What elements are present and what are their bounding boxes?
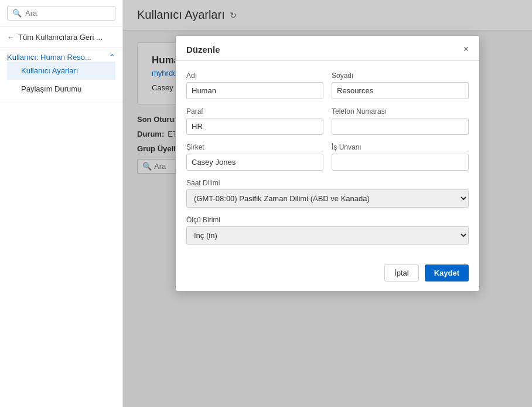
initials-input[interactable] <box>186 118 323 135</box>
unit-select[interactable]: İnç (in)Santimetre (cm) <box>186 226 469 245</box>
unit-group: Ölçü Birimi İnç (in)Santimetre (cm) <box>186 216 469 245</box>
edit-modal: Düzenle × Adı Soyadı <box>175 35 480 291</box>
company-group: Şirket <box>186 143 323 171</box>
sidebar-user-section: Kullanıcı: Human Reso... ⌃ Kullanıcı Aya… <box>0 48 122 103</box>
main-content: Kullanıcı Ayarları ↻ Human Resources myh… <box>123 0 532 407</box>
sidebar-search-input[interactable] <box>25 9 110 18</box>
cancel-button[interactable]: İptal <box>384 264 419 281</box>
job-title-label: İş Unvanı <box>332 143 469 151</box>
phone-input[interactable] <box>332 118 469 135</box>
last-name-label: Soyadı <box>332 72 469 80</box>
last-name-input[interactable] <box>332 82 469 99</box>
back-button[interactable]: ← Tüm Kullanıcılara Geri ... <box>0 27 122 48</box>
modal-body: Adı Soyadı Paraf Telefon Numaras <box>176 61 479 259</box>
sidebar-search-container: 🔍 <box>0 0 122 27</box>
phone-label: Telefon Numarası <box>332 107 469 116</box>
company-input[interactable] <box>186 154 323 171</box>
first-name-input[interactable] <box>186 82 323 99</box>
modal-title: Düzenle <box>186 45 220 55</box>
last-name-group: Soyadı <box>332 72 469 99</box>
company-title-row: Şirket İş Unvanı <box>186 143 469 171</box>
initials-label: Paraf <box>186 107 323 116</box>
job-title-group: İş Unvanı <box>332 143 469 171</box>
first-name-group: Adı <box>186 72 323 99</box>
back-label: Tüm Kullanıcılara Geri ... <box>18 33 103 42</box>
sidebar-user-text: Kullanıcı: Human Reso... <box>7 53 91 62</box>
unit-label: Ölçü Birimi <box>186 216 469 224</box>
timezone-label: Saat Dilimi <box>186 179 469 187</box>
company-label: Şirket <box>186 143 323 151</box>
sidebar-item-paylasim-durumu[interactable]: Paylaşım Durumu <box>7 80 115 98</box>
initials-phone-row: Paraf Telefon Numarası <box>186 107 469 135</box>
sidebar-item-kullanici-ayarlari[interactable]: Kullanıcı Ayarları <box>7 62 115 80</box>
back-arrow-icon: ← <box>7 33 15 42</box>
name-row: Adı Soyadı <box>186 72 469 99</box>
sidebar-search-box[interactable]: 🔍 <box>7 6 115 21</box>
timezone-select[interactable]: (GMT-08:00) Pasifik Zaman Dilimi (ABD ve… <box>186 189 469 208</box>
initials-group: Paraf <box>186 107 323 135</box>
save-button[interactable]: Kaydet <box>425 264 469 281</box>
modal-overlay: Düzenle × Adı Soyadı <box>123 0 532 407</box>
job-title-input[interactable] <box>332 154 469 171</box>
sidebar: 🔍 ← Tüm Kullanıcılara Geri ... Kullanıcı… <box>0 0 123 407</box>
chevron-up-icon: ⌃ <box>109 53 115 62</box>
search-icon: 🔍 <box>12 9 22 18</box>
modal-close-button[interactable]: × <box>463 44 469 55</box>
phone-group: Telefon Numarası <box>332 107 469 135</box>
timezone-group: Saat Dilimi (GMT-08:00) Pasifik Zaman Di… <box>186 179 469 208</box>
modal-header: Düzenle × <box>176 36 479 61</box>
modal-footer: İptal Kaydet <box>176 259 479 291</box>
first-name-label: Adı <box>186 72 323 80</box>
sidebar-user-label[interactable]: Kullanıcı: Human Reso... ⌃ <box>7 53 115 62</box>
sidebar-nav: Kullanıcı Ayarları Paylaşım Durumu <box>7 62 115 98</box>
